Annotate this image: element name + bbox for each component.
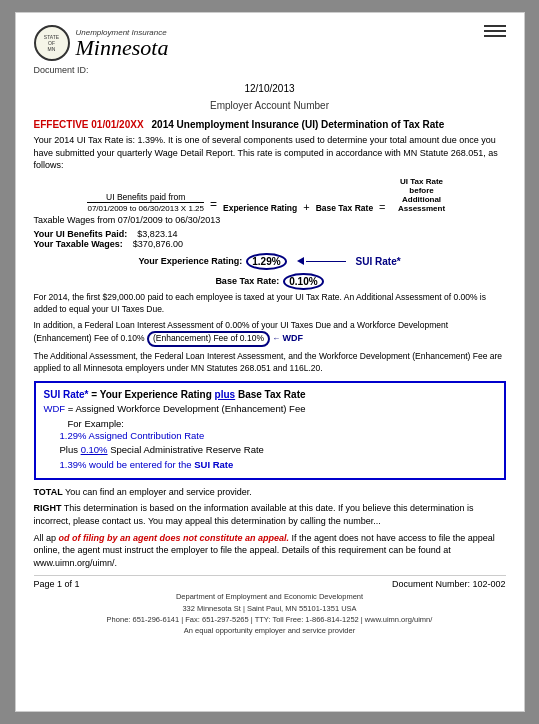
formula-cell-benefits: UI Benefits paid from 07/01/2009 to 06/3… bbox=[87, 192, 204, 213]
footer-page-row: Page 1 of 1 Document Number: 102-002 bbox=[34, 575, 506, 589]
total-label: TOTAL bbox=[34, 487, 63, 497]
example-line2: Plus 0.10% Special Administrative Reserv… bbox=[60, 443, 496, 457]
appeals-prefix: All ap bbox=[34, 533, 57, 543]
taxable-wages-line: Taxable Wages from 07/01/2009 to 06/30/2… bbox=[34, 215, 506, 225]
base-tax-row: Base Tax Rate: 0.10% bbox=[34, 273, 506, 290]
exp-rating-label: Your Experience Rating: bbox=[138, 256, 242, 266]
footer-equal-opp: An equal opportunity employer and servic… bbox=[34, 625, 506, 636]
footer-doc-number: Document Number: 102-002 bbox=[392, 579, 506, 589]
brand-name: Minnesota bbox=[76, 37, 169, 59]
determination-title: 2014 Unemployment Insurance (UI) Determi… bbox=[152, 119, 445, 130]
box-wdf-def: WDF = Assigned Workforce Development (En… bbox=[44, 403, 496, 414]
total-text: You can find an employer and service pro… bbox=[65, 487, 252, 497]
doc-id-row: Document ID: bbox=[34, 65, 506, 75]
box-wdf-text: = Assigned Workforce Development (Enhanc… bbox=[68, 403, 306, 414]
plus-word2: Plus bbox=[60, 444, 78, 455]
base-tax-label: Base Tax Rate: bbox=[215, 276, 279, 286]
experience-inline: Your Experience Rating: 1.29% bbox=[138, 253, 286, 270]
rights-section: RIGHT This determination is based on the… bbox=[34, 502, 506, 527]
formula-period-label: UI Benefits paid from bbox=[87, 192, 204, 202]
document-page: STATEOFMN Unemployment Insurance Minneso… bbox=[15, 12, 525, 712]
logo-area: STATEOFMN Unemployment Insurance Minneso… bbox=[34, 25, 169, 61]
para3: In addition, a Federal Loan Interest Ass… bbox=[34, 320, 506, 348]
example2-suffix: Special Administrative Reserve Rate bbox=[110, 444, 264, 455]
taxable-wages-text: Taxable Wages from 07/01/2009 to 06/30/2… bbox=[34, 215, 221, 225]
box-sui-label: SUI Rate* bbox=[44, 389, 89, 400]
header-row: STATEOFMN Unemployment Insurance Minneso… bbox=[34, 25, 506, 61]
formula-equals1: = bbox=[210, 197, 217, 213]
example1-text: 1.29% Assigned Contribution Rate bbox=[60, 430, 205, 441]
exp-rating-value: 1.29% bbox=[246, 253, 286, 270]
base-label: Base Tax Rate bbox=[316, 203, 373, 213]
effective-header: EFFECTIVE 01/01/20XX 2014 Unemployment I… bbox=[34, 119, 506, 130]
date-field: 12/10/2013 bbox=[34, 83, 506, 94]
taxable-wages-row: Your Taxable Wages: $370,876.00 bbox=[34, 239, 506, 249]
rights-text: This determination is based on the infor… bbox=[34, 503, 474, 526]
taxable-wages-label: Your Taxable Wages: bbox=[34, 239, 123, 249]
taxable-wages-value: $370,876.00 bbox=[133, 239, 183, 249]
doc-id-label: Document ID: bbox=[34, 65, 89, 75]
menu-icon[interactable] bbox=[484, 25, 506, 37]
for-example-label: For Example: bbox=[68, 418, 125, 429]
box-wdf-label: WDF bbox=[44, 403, 66, 414]
para4-text: The Additional Assessment, the Federal L… bbox=[34, 351, 503, 373]
box-base-word: Base Tax Rate bbox=[238, 389, 306, 400]
benefits-paid-label: Your UI Benefits Paid: bbox=[34, 229, 128, 239]
benefits-section: Your UI Benefits Paid: $3,823.14 Your Ta… bbox=[34, 229, 506, 249]
benefits-paid-row: Your UI Benefits Paid: $3,823.14 bbox=[34, 229, 506, 239]
footer-phone: Phone: 651-296-6141 | Fax: 651-297-5265 … bbox=[34, 614, 506, 625]
formula-equals2: = bbox=[379, 201, 385, 213]
footer-page-label: Page 1 of 1 bbox=[34, 579, 80, 589]
example-line3: 1.39% would be entered for the SUI Rate bbox=[60, 458, 496, 472]
formula-period-value: 07/01/2009 to 06/30/2013 X 1.25 bbox=[87, 202, 204, 213]
para2: For 2014, the first $29,000.00 paid to e… bbox=[34, 292, 506, 316]
effective-label: EFFECTIVE 01/01/20XX bbox=[34, 119, 144, 130]
example3-sui: SUI Rate bbox=[194, 459, 233, 470]
rights-label: RIGHT bbox=[34, 503, 62, 513]
box-sui-def: SUI Rate* = Your Experience Rating plus … bbox=[44, 389, 496, 400]
intro-para: Your 2014 UI Tax Rate is: 1.39%. It is o… bbox=[34, 134, 506, 172]
para4: The Additional Assessment, the Federal L… bbox=[34, 351, 506, 375]
wdf-circled: (Enhancement) Fee of 0.10% bbox=[147, 331, 270, 347]
example3-text: 1.39% would be entered for the bbox=[60, 459, 192, 470]
info-box: SUI Rate* = Your Experience Rating plus … bbox=[34, 381, 506, 480]
footer-dept-name: Department of Employment and Economic De… bbox=[34, 591, 506, 602]
intro-text: Your 2014 UI Tax Rate is: 1.39%. It is o… bbox=[34, 135, 498, 170]
formula-cell-exp: Experience Rating bbox=[223, 203, 297, 213]
wdf-label: WDF bbox=[283, 333, 304, 343]
all-appeals: All ap od of filing by an agent does not… bbox=[34, 532, 506, 570]
sui-arrow bbox=[297, 257, 346, 265]
box-example: For Example: 1.29% Assigned Contribution… bbox=[44, 418, 496, 472]
example2-rate: 0.10% bbox=[81, 444, 108, 455]
uitax-label: UI Tax Rate before Additional Assessment bbox=[398, 177, 445, 213]
benefits-paid-value: $3,823.14 bbox=[137, 229, 177, 239]
formula-section: UI Benefits paid from 07/01/2009 to 06/3… bbox=[34, 177, 506, 213]
footer-dept: Department of Employment and Economic De… bbox=[34, 591, 506, 636]
box-sui-equals: = Your Experience Rating bbox=[91, 389, 214, 400]
appeals-bold: od of filing by an agent does not consti… bbox=[59, 533, 290, 543]
formula-cell-base: Base Tax Rate bbox=[316, 203, 373, 213]
experience-rating-row: Your Experience Rating: 1.29% SUI Rate* bbox=[34, 253, 506, 270]
sui-label: SUI Rate* bbox=[356, 256, 401, 267]
formula-plus: + bbox=[303, 201, 309, 213]
base-inline: Base Tax Rate: 0.10% bbox=[215, 273, 323, 290]
state-seal: STATEOFMN bbox=[34, 25, 70, 61]
wdf-annotation: ← bbox=[272, 334, 282, 343]
example-line1: 1.29% Assigned Contribution Rate bbox=[60, 429, 496, 443]
formula-cell-uitax: UI Tax Rate before Additional Assessment bbox=[392, 177, 452, 213]
employer-label: Employer Account Number bbox=[34, 100, 506, 111]
box-plus-word: plus bbox=[215, 389, 236, 400]
para2-text: For 2014, the first $29,000.00 paid to e… bbox=[34, 292, 487, 314]
header-right bbox=[484, 25, 506, 37]
exp-label: Experience Rating bbox=[223, 203, 297, 213]
brand-text: Unemployment Insurance Minnesota bbox=[76, 28, 169, 59]
total-section: TOTAL You can find an employer and servi… bbox=[34, 486, 506, 499]
base-tax-value: 0.10% bbox=[283, 273, 323, 290]
footer-address: 332 Minnesota St | Saint Paul, MN 55101-… bbox=[34, 603, 506, 614]
